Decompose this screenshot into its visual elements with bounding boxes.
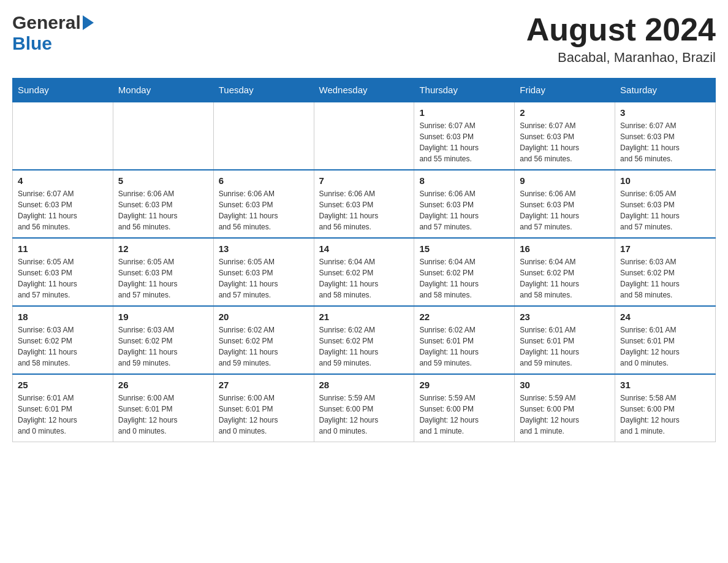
calendar-cell: 11Sunrise: 6:05 AM Sunset: 6:03 PM Dayli… [13,238,113,306]
calendar-cell: 13Sunrise: 6:05 AM Sunset: 6:03 PM Dayli… [213,238,314,306]
day-number: 30 [520,380,610,390]
day-number: 28 [319,380,409,390]
day-info: Sunrise: 6:03 AM Sunset: 6:02 PM Dayligh… [18,324,108,369]
calendar-cell: 20Sunrise: 6:02 AM Sunset: 6:02 PM Dayli… [213,306,314,374]
calendar-week-row: 25Sunrise: 6:01 AM Sunset: 6:01 PM Dayli… [13,374,716,442]
day-number: 26 [118,380,208,390]
calendar-header-monday: Monday [113,79,213,102]
day-info: Sunrise: 6:07 AM Sunset: 6:03 PM Dayligh… [18,188,108,232]
calendar-cell: 7Sunrise: 6:06 AM Sunset: 6:03 PM Daylig… [314,170,414,238]
day-info: Sunrise: 6:06 AM Sunset: 6:03 PM Dayligh… [118,188,208,232]
day-info: Sunrise: 6:05 AM Sunset: 6:03 PM Dayligh… [118,256,208,301]
calendar-cell: 29Sunrise: 5:59 AM Sunset: 6:00 PM Dayli… [414,374,515,442]
day-info: Sunrise: 5:59 AM Sunset: 6:00 PM Dayligh… [419,393,509,437]
calendar-cell [213,102,314,170]
calendar-cell: 6Sunrise: 6:06 AM Sunset: 6:03 PM Daylig… [213,170,314,238]
title-block: August 2024 Bacabal, Maranhao, Brazil [526,12,716,66]
day-number: 2 [520,107,610,118]
calendar-cell: 1Sunrise: 6:07 AM Sunset: 6:03 PM Daylig… [414,102,515,170]
calendar-cell: 4Sunrise: 6:07 AM Sunset: 6:03 PM Daylig… [13,170,113,238]
day-info: Sunrise: 6:01 AM Sunset: 6:01 PM Dayligh… [18,393,108,437]
day-number: 19 [118,312,208,322]
calendar-cell: 18Sunrise: 6:03 AM Sunset: 6:02 PM Dayli… [13,306,113,374]
calendar-cell: 25Sunrise: 6:01 AM Sunset: 6:01 PM Dayli… [13,374,113,442]
day-info: Sunrise: 5:59 AM Sunset: 6:00 PM Dayligh… [319,393,409,437]
calendar-cell: 3Sunrise: 6:07 AM Sunset: 6:03 PM Daylig… [615,102,716,170]
day-number: 12 [118,243,208,254]
calendar-week-row: 4Sunrise: 6:07 AM Sunset: 6:03 PM Daylig… [13,170,716,238]
calendar-header-friday: Friday [515,79,615,102]
calendar-cell: 15Sunrise: 6:04 AM Sunset: 6:02 PM Dayli… [414,238,515,306]
day-info: Sunrise: 6:02 AM Sunset: 6:02 PM Dayligh… [319,324,409,369]
day-number: 21 [319,312,409,322]
calendar-cell: 10Sunrise: 6:05 AM Sunset: 6:03 PM Dayli… [615,170,716,238]
day-info: Sunrise: 6:07 AM Sunset: 6:03 PM Dayligh… [419,120,509,164]
calendar-week-row: 1Sunrise: 6:07 AM Sunset: 6:03 PM Daylig… [13,102,716,170]
day-info: Sunrise: 6:01 AM Sunset: 6:01 PM Dayligh… [620,324,710,369]
day-info: Sunrise: 6:06 AM Sunset: 6:03 PM Dayligh… [419,188,509,232]
day-info: Sunrise: 6:07 AM Sunset: 6:03 PM Dayligh… [620,120,710,164]
calendar-cell: 19Sunrise: 6:03 AM Sunset: 6:02 PM Dayli… [113,306,213,374]
day-number: 9 [520,175,610,186]
calendar-cell [13,102,113,170]
day-number: 11 [18,243,108,254]
calendar-header-saturday: Saturday [615,79,716,102]
location-title: Bacabal, Maranhao, Brazil [526,50,716,66]
day-number: 22 [419,312,509,322]
day-number: 24 [620,312,710,322]
day-info: Sunrise: 6:05 AM Sunset: 6:03 PM Dayligh… [18,256,108,301]
day-number: 8 [419,175,509,186]
day-info: Sunrise: 6:06 AM Sunset: 6:03 PM Dayligh… [319,188,409,232]
day-number: 27 [219,380,309,390]
day-number: 25 [18,380,108,390]
calendar-week-row: 11Sunrise: 6:05 AM Sunset: 6:03 PM Dayli… [13,238,716,306]
day-number: 13 [219,243,309,254]
calendar-cell: 31Sunrise: 5:58 AM Sunset: 6:00 PM Dayli… [615,374,716,442]
day-info: Sunrise: 6:05 AM Sunset: 6:03 PM Dayligh… [620,188,710,232]
calendar-cell: 30Sunrise: 5:59 AM Sunset: 6:00 PM Dayli… [515,374,615,442]
day-number: 15 [419,243,509,254]
day-info: Sunrise: 6:04 AM Sunset: 6:02 PM Dayligh… [419,256,509,301]
day-info: Sunrise: 5:58 AM Sunset: 6:00 PM Dayligh… [620,393,710,437]
day-number: 16 [520,243,610,254]
logo-blue-text: Blue [12,33,52,54]
day-info: Sunrise: 6:04 AM Sunset: 6:02 PM Dayligh… [319,256,409,301]
calendar-cell: 24Sunrise: 6:01 AM Sunset: 6:01 PM Dayli… [615,306,716,374]
day-info: Sunrise: 6:02 AM Sunset: 6:01 PM Dayligh… [419,324,509,369]
calendar-cell [314,102,414,170]
calendar-cell: 12Sunrise: 6:05 AM Sunset: 6:03 PM Dayli… [113,238,213,306]
calendar-cell: 21Sunrise: 6:02 AM Sunset: 6:02 PM Dayli… [314,306,414,374]
calendar-cell: 9Sunrise: 6:06 AM Sunset: 6:03 PM Daylig… [515,170,615,238]
calendar-cell: 17Sunrise: 6:03 AM Sunset: 6:02 PM Dayli… [615,238,716,306]
day-number: 20 [219,312,309,322]
day-number: 1 [419,107,509,118]
day-number: 6 [219,175,309,186]
calendar-cell: 14Sunrise: 6:04 AM Sunset: 6:02 PM Dayli… [314,238,414,306]
calendar-cell [113,102,213,170]
calendar-header-thursday: Thursday [414,79,515,102]
logo-general-text: General [12,12,81,33]
day-number: 31 [620,380,710,390]
calendar-cell: 26Sunrise: 6:00 AM Sunset: 6:01 PM Dayli… [113,374,213,442]
day-info: Sunrise: 5:59 AM Sunset: 6:00 PM Dayligh… [520,393,610,437]
day-number: 23 [520,312,610,322]
calendar-table: SundayMondayTuesdayWednesdayThursdayFrid… [12,78,716,442]
calendar-header-tuesday: Tuesday [213,79,314,102]
day-number: 18 [18,312,108,322]
calendar-week-row: 18Sunrise: 6:03 AM Sunset: 6:02 PM Dayli… [13,306,716,374]
day-info: Sunrise: 6:02 AM Sunset: 6:02 PM Dayligh… [219,324,309,369]
calendar-cell: 28Sunrise: 5:59 AM Sunset: 6:00 PM Dayli… [314,374,414,442]
page-header: General Blue August 2024 Bacabal, Maranh… [12,12,716,66]
day-number: 17 [620,243,710,254]
day-info: Sunrise: 6:06 AM Sunset: 6:03 PM Dayligh… [520,188,610,232]
day-info: Sunrise: 6:03 AM Sunset: 6:02 PM Dayligh… [118,324,208,369]
day-number: 7 [319,175,409,186]
logo-arrow-icon [83,15,94,30]
day-number: 3 [620,107,710,118]
day-info: Sunrise: 6:00 AM Sunset: 6:01 PM Dayligh… [118,393,208,437]
calendar-cell: 27Sunrise: 6:00 AM Sunset: 6:01 PM Dayli… [213,374,314,442]
day-number: 4 [18,175,108,186]
calendar-cell: 8Sunrise: 6:06 AM Sunset: 6:03 PM Daylig… [414,170,515,238]
day-info: Sunrise: 6:00 AM Sunset: 6:01 PM Dayligh… [219,393,309,437]
day-info: Sunrise: 6:06 AM Sunset: 6:03 PM Dayligh… [219,188,309,232]
